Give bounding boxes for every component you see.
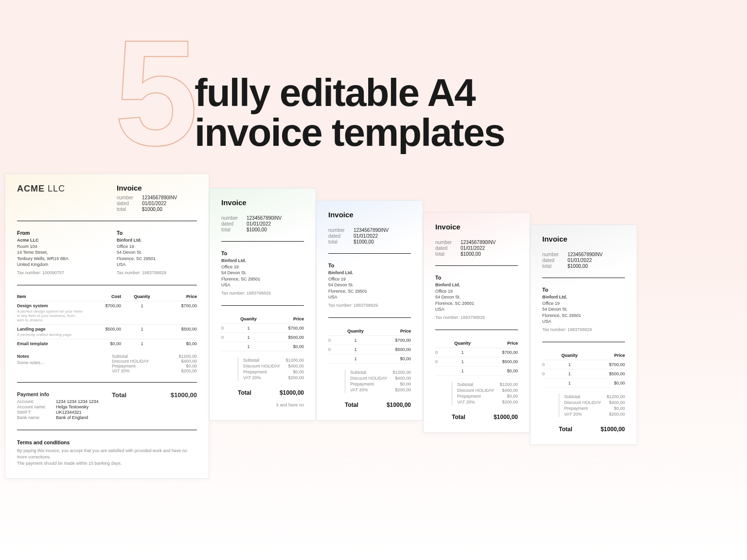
c2-sv-l: VAT <box>243 375 251 380</box>
c3-meta: number1234567890INV dated01/01/2022 tota… <box>328 228 411 245</box>
c3-r0p: $700,00 <box>374 338 411 343</box>
c4-tot-l: Total <box>452 414 465 420</box>
c2-nl: number <box>221 215 247 221</box>
c2-to2: 54 Devon St. <box>221 270 304 276</box>
s-dis-v: $400,00 <box>181 359 197 364</box>
notes: Notes Some notes… <box>17 354 102 373</box>
from-l2: 14 Teme Street, <box>17 249 97 256</box>
c2-total: Total $1000,00 <box>238 386 304 396</box>
c2-to: To Binford Ltd. Office 19 54 Devon St. F… <box>221 250 304 297</box>
c2-to-tax: Tax number: 1883798829 <box>221 290 304 297</box>
terms-label: Terms and conditions <box>17 439 197 446</box>
c5-title: Invoice <box>542 235 625 243</box>
brand-thin: LLC <box>48 184 65 193</box>
v-bn: Bank of England <box>56 415 102 420</box>
s-dis-l: Discount <box>112 359 129 364</box>
c2-table: QuanityPrice 01$700,00 01$500,00 1$0,00 <box>221 315 304 351</box>
big-total-label: Total <box>112 391 126 399</box>
c3-sp-l: Prepayment <box>350 382 374 386</box>
c5-sd-v: $400,00 <box>609 400 625 405</box>
to-block: To Binford Ltd. Office 19 54 Devon St. F… <box>117 230 197 276</box>
rule <box>221 305 304 306</box>
c3-r1p: $500,00 <box>374 347 411 352</box>
meta-number: 1234567890INV <box>142 195 197 200</box>
c2-tl: total <box>221 227 247 232</box>
c2-t: $1000,00 <box>247 227 304 232</box>
s-sub-v: $1200,00 <box>178 354 197 359</box>
c2-r0p: $700,00 <box>267 326 304 331</box>
i0-name: Design system <box>17 303 83 308</box>
c2-r1z: 0 <box>221 335 230 340</box>
from-block: From Acme LLC Room 104 14 Teme Street, T… <box>17 230 97 276</box>
c5-t: $1000,00 <box>568 263 625 269</box>
c5-hp: Price <box>588 353 625 358</box>
c2-n: 1234567890INV <box>247 215 304 221</box>
c5-sums: Subtotal$1200,00 Discount HOLIDAY$400,00… <box>559 394 625 417</box>
c4-nl: number <box>435 240 461 245</box>
c4-tot-v: $1000,00 <box>494 414 518 420</box>
c3-tot-l: Total <box>345 402 358 408</box>
i1-price: $500,00 <box>163 327 197 332</box>
invoice-card-1: ACME LLC Invoice number1234567890INV dat… <box>5 174 209 479</box>
c5-r2p: $0,00 <box>588 381 625 385</box>
c4-to4: USA <box>435 306 518 313</box>
item-row: Email template $0,00 1 $0,00 <box>17 339 197 348</box>
rule <box>17 285 197 285</box>
c2-to-l: To <box>221 250 304 256</box>
c2-dl: dated <box>221 221 247 227</box>
c4-sd-v: $400,00 <box>502 388 518 393</box>
c3-r1q: 1 <box>337 347 374 352</box>
c4-n: 1234567890INV <box>461 240 518 245</box>
c2-tot-v: $1000,00 <box>280 389 304 396</box>
c4-to: To Binford Ltd. Office 19 54 Devon St. F… <box>435 275 518 321</box>
invoice-title: Invoice <box>117 184 197 192</box>
c4-r0p: $700,00 <box>481 350 518 355</box>
c2-r1p: $500,00 <box>267 335 304 340</box>
s-dis-code: HOLIDAY <box>130 359 149 364</box>
c5-sv-v: $200,00 <box>609 412 625 417</box>
c2-tot-l: Total <box>238 389 251 396</box>
c5-hq: Quanity <box>551 353 588 358</box>
c4-to-l: To <box>435 275 518 280</box>
c2-to1: Office 19 <box>221 264 304 270</box>
c5-ss-l: Subtotal <box>564 394 580 399</box>
terms-l2: The payment should be made within 15 ban… <box>17 460 197 467</box>
i0-cost: $700,00 <box>87 303 121 308</box>
c3-r2p: $0,00 <box>374 356 411 361</box>
c5-total: Total $1000,00 <box>559 423 625 433</box>
c4-ss-l: Subtotal <box>457 382 473 387</box>
notes-label: Notes <box>17 354 102 359</box>
c5-r1q: 1 <box>551 371 588 376</box>
c5-table: QuanityPrice 01$700,00 01$500,00 1$0,00 <box>542 351 625 388</box>
s-pre-v: $0,00 <box>186 364 197 368</box>
c3-t: $1000,00 <box>354 239 411 245</box>
c3-total: Total $1000,00 <box>345 399 411 408</box>
c5-sp-v: $0,00 <box>614 406 625 411</box>
c3-sv-l: VAT <box>350 387 358 392</box>
c3-r0z: 0 <box>328 338 337 343</box>
from-tax: Tax number: 100090757 <box>17 270 97 276</box>
c3-ss-l: Subtotal <box>350 370 366 375</box>
c4-to-name: Binford Ltd. <box>435 282 460 287</box>
notes-text: Some notes… <box>17 360 102 366</box>
c2-to4: USA <box>221 282 304 288</box>
c5-nl: number <box>542 252 568 257</box>
c3-to-name: Binford Ltd. <box>328 270 353 275</box>
c2-sp-l: Prepayment <box>243 369 267 374</box>
c5-dl: dated <box>542 258 568 263</box>
c4-hp: Price <box>481 341 518 346</box>
v-sw: UK12344321 <box>56 410 102 415</box>
rule <box>17 430 197 430</box>
s-vat-v: $200,00 <box>181 368 197 373</box>
c3-n: 1234567890INV <box>354 228 411 233</box>
c3-table: QuanityPrice 01$700,00 01$500,00 1$0,00 <box>328 327 411 364</box>
c4-d: 01/01/2022 <box>461 245 518 251</box>
c4-table: QuanityPrice 01$700,00 01$500,00 1$0,00 <box>435 339 518 376</box>
i2-name: Email template <box>17 341 83 346</box>
to-l2: 54 Devon St. <box>117 249 197 256</box>
hero-line1: fully editable A4 <box>195 73 504 113</box>
from-l1: Room 104 <box>17 244 97 250</box>
c3-to1: Office 19 <box>328 276 411 282</box>
meta-dated-label: dated <box>117 201 142 206</box>
c2-r2p: $0,00 <box>267 344 304 349</box>
